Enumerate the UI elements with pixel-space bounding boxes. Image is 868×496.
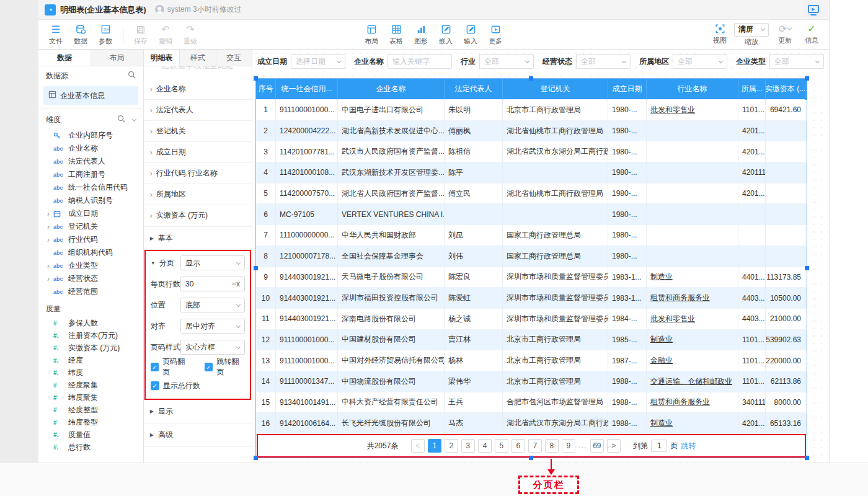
- industry-drill-link[interactable]: 制造业: [650, 418, 673, 428]
- filter-select[interactable]: 选择日期: [291, 54, 345, 69]
- filter-keyword-input[interactable]: [388, 54, 452, 69]
- table-row[interactable]: 10914403001921...深圳市福田投资控股有限公司陈爱虹深圳市市场和质…: [256, 288, 807, 309]
- industry-drill-link[interactable]: 交通运输、仓储和邮政业: [650, 376, 732, 387]
- tab-detail-table[interactable]: 明细表: [144, 50, 179, 66]
- undo-button[interactable]: ↶ 撤销: [153, 24, 178, 46]
- measure-item[interactable]: #.注册资本(万元): [38, 329, 143, 342]
- industry-drill-link[interactable]: 批发和零售业: [650, 314, 695, 324]
- chevron-down-icon[interactable]: [132, 117, 136, 121]
- zoom-select[interactable]: 满屏: [734, 23, 769, 37]
- rows-per-page-input[interactable]: 30 =x: [180, 277, 245, 291]
- param-button[interactable]: X≡ 参数: [93, 24, 118, 46]
- expand-arrow-icon[interactable]: ›: [47, 263, 53, 269]
- measure-item[interactable]: #.经度: [38, 354, 143, 366]
- industry-drill-link[interactable]: 制造业: [650, 334, 673, 345]
- table-row[interactable]: 9914403001921...天马微电子股份有限公司陈宏良深圳市市场和质量监督…: [256, 267, 807, 288]
- measure-item[interactable]: #纬度聚集: [38, 391, 143, 404]
- pagination-mode-select[interactable]: 显示: [180, 255, 245, 270]
- industry-drill-link[interactable]: 租赁和商务服务业: [650, 397, 710, 407]
- page-button[interactable]: 2: [445, 439, 458, 453]
- table-row[interactable]: 7111000000000...中华人民共和国财政部刘昆国家工商行政管理总局19…: [256, 225, 807, 246]
- table-row[interactable]: 1911100001000...中国电子进出口有限公司朱以明北京市工商行政管理局…: [256, 100, 807, 121]
- next-page-button[interactable]: >: [607, 439, 621, 453]
- position-select[interactable]: 底部: [180, 298, 245, 312]
- column-header[interactable]: 企业名称: [338, 79, 445, 100]
- show-total-checkbox[interactable]: ✓显示总行数: [151, 381, 200, 391]
- resize-handle[interactable]: [805, 266, 809, 270]
- dimension-item[interactable]: 企业内部序号: [38, 129, 143, 142]
- column-header[interactable]: 登记机关: [503, 79, 608, 100]
- filter-select[interactable]: 全部: [576, 54, 631, 69]
- column-header[interactable]: 法定代表人: [445, 79, 503, 100]
- info-button[interactable]: ✓ 信息: [799, 23, 824, 45]
- dimension-item[interactable]: ›成立日期: [38, 207, 143, 220]
- dimension-item[interactable]: ›abc企业类型: [38, 259, 143, 272]
- bound-field-item[interactable]: ›行业代码.行业名称: [144, 163, 252, 184]
- page-button[interactable]: 69: [590, 439, 604, 453]
- bound-field-item[interactable]: ›成立日期: [144, 142, 252, 163]
- section-basic[interactable]: ▶ 基本: [144, 226, 252, 250]
- dimension-item[interactable]: abc组织机构代码: [38, 246, 143, 259]
- page-button[interactable]: 3: [461, 439, 475, 453]
- goto-page-input[interactable]: [651, 440, 667, 452]
- datasource-item[interactable]: 企业基本信息: [43, 86, 138, 105]
- resize-handle[interactable]: [254, 456, 258, 460]
- measure-item[interactable]: #.总行数: [38, 441, 143, 453]
- dimension-item[interactable]: abc纳税人识别号: [38, 194, 143, 207]
- table-row[interactable]: 11914403001921...深南电路股份有限公司杨之诚深圳市市场和质量监督…: [256, 309, 807, 330]
- tab-interaction[interactable]: 交互: [216, 50, 252, 66]
- jump-button[interactable]: 跳转: [681, 441, 696, 451]
- filter-select[interactable]: 全部: [673, 54, 727, 69]
- tab-style[interactable]: 样式: [179, 50, 215, 66]
- dimension-item[interactable]: abc经营范围: [38, 285, 143, 298]
- jump-flip-checkbox[interactable]: ✓跳转翻页: [205, 356, 245, 378]
- search-icon[interactable]: [128, 71, 136, 81]
- section-display[interactable]: ▶ 显示: [144, 400, 252, 423]
- page-button[interactable]: 7: [528, 439, 542, 453]
- table-row[interactable]: 15913401001491...中科大资产经营有限责任公司王兵合肥市包河区市场…: [256, 392, 807, 414]
- measure-item[interactable]: #经度整型: [38, 404, 143, 416]
- page-flip-checkbox[interactable]: ✓页码翻页: [151, 356, 191, 378]
- tab-data[interactable]: 数据: [38, 50, 91, 66]
- bound-field-item[interactable]: ›所属地区: [144, 184, 252, 205]
- view-button[interactable]: 视图: [707, 23, 732, 45]
- page-button[interactable]: 9: [562, 439, 575, 453]
- table-row[interactable]: 14911100001347...中国物流股份有限公司梁伟华北京市工商行政管理局…: [256, 371, 807, 392]
- measure-item[interactable]: #.纬度: [38, 366, 143, 379]
- expanded-arrow-icon[interactable]: ▼: [151, 260, 156, 266]
- filter-select[interactable]: 全部: [769, 54, 824, 69]
- filter-select[interactable]: 全部: [479, 54, 534, 69]
- page-button[interactable]: 8: [545, 439, 559, 453]
- search-icon[interactable]: [117, 115, 125, 125]
- table-row[interactable]: 12911100001000...中国建材股份有限公司曹江林北京市工商行政管理局…: [256, 330, 807, 351]
- page-button[interactable]: 1: [428, 439, 441, 453]
- resize-handle[interactable]: [805, 76, 809, 81]
- table-row[interactable]: 8121000007178...全国社会保障基金理事会刘伟国家工商行政管理总局1…: [256, 246, 807, 267]
- save-button[interactable]: 保存: [128, 24, 153, 46]
- bound-field-item[interactable]: ›法定代表人: [144, 100, 252, 121]
- expand-arrow-icon[interactable]: ›: [47, 276, 53, 282]
- table-button[interactable]: 表格: [384, 24, 409, 46]
- table-row[interactable]: 16914201006164...长飞光纤光缆股份有限公司马杰湖北省武汉市东湖分…: [256, 413, 807, 434]
- measure-item[interactable]: #纬度整型: [38, 416, 143, 428]
- dimension-item[interactable]: ›abc经营状态: [38, 272, 143, 285]
- tab-layout[interactable]: 布局: [91, 50, 143, 66]
- resize-handle[interactable]: [529, 76, 533, 81]
- data-button[interactable]: 数据: [68, 24, 93, 46]
- page-button[interactable]: 5: [495, 439, 508, 453]
- table-row[interactable]: 3114201007781...武汉市人民政府国有资产监督...陈祖信湖北省武汉…: [256, 141, 807, 162]
- bound-field-item[interactable]: ›企业名称: [144, 79, 252, 100]
- preview-button[interactable]: ▶: [805, 2, 822, 18]
- section-advanced[interactable]: ▶ 高级: [144, 423, 252, 447]
- dimension-item[interactable]: abc统一社会信用代码: [38, 181, 143, 194]
- page-button[interactable]: 6: [512, 439, 525, 453]
- resize-handle[interactable]: [805, 456, 809, 460]
- table-row[interactable]: 13911100001000...中国对外经济贸易信托有限公司杨林北京市工商行政…: [256, 350, 807, 371]
- column-header[interactable]: 统一社会信用...: [276, 79, 338, 100]
- table-row[interactable]: 4114201000108...武汉东湖新技术开发区管理委...陈平1980-.…: [256, 162, 807, 184]
- layout-button[interactable]: 布局: [359, 24, 384, 46]
- table-row[interactable]: 2124200004222...湖北省高新技术发展促进中心...傅丽枫湖北省仙桃…: [256, 121, 807, 142]
- table-row[interactable]: 6MC-97105VERTEX VENTURES CHINA I...1980-…: [256, 204, 807, 225]
- align-select[interactable]: 居中对齐: [180, 319, 245, 334]
- measure-item[interactable]: #.度量值: [38, 428, 143, 441]
